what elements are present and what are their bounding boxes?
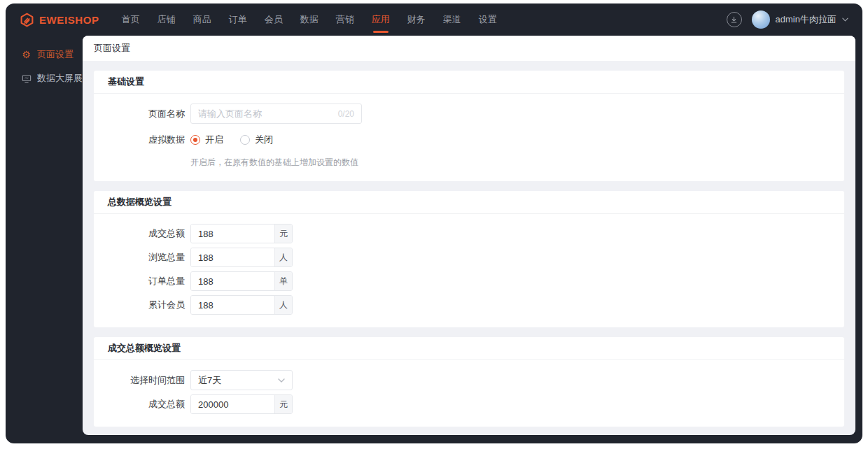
total-turnover-input-group: 元 bbox=[190, 224, 293, 243]
field-total-views: 浏览总量 人 bbox=[108, 248, 830, 267]
avatar bbox=[752, 10, 770, 29]
field-label: 成交总额 bbox=[108, 227, 185, 240]
nav-item-finance[interactable]: 财务 bbox=[403, 3, 430, 36]
user-menu[interactable]: admin牛肉拉面 bbox=[752, 10, 848, 29]
brand-name: EWEISHOP bbox=[39, 14, 99, 26]
chevron-down-icon bbox=[278, 378, 285, 383]
field-label: 成交总额 bbox=[108, 398, 185, 411]
nav-item-members[interactable]: 会员 bbox=[260, 3, 287, 36]
total-orders-input[interactable] bbox=[191, 272, 274, 290]
card-title: 总数据概览设置 bbox=[94, 191, 844, 214]
chevron-down-icon bbox=[842, 17, 848, 22]
total-members-input-group: 人 bbox=[190, 295, 293, 315]
page-content: 基础设置 页面名称 0/20 虚拟数据 bbox=[83, 61, 855, 435]
radio-dot-icon bbox=[190, 135, 200, 145]
sidebar-item-data-screen[interactable]: 数据大屏展示 bbox=[6, 66, 83, 90]
gear-icon: ⚙ bbox=[21, 50, 31, 59]
radio-off[interactable]: 关闭 bbox=[240, 134, 273, 146]
turnover-amount-input[interactable] bbox=[191, 395, 274, 413]
field-time-range: 选择时间范围 近7天 bbox=[108, 370, 830, 390]
brand-hexagon-icon bbox=[20, 13, 34, 27]
sidebar-item-page-settings[interactable]: ⚙ 页面设置 bbox=[6, 43, 83, 66]
page-title: 页面设置 bbox=[94, 42, 130, 55]
top-navbar: EWEISHOP 首页 店铺 商品 订单 会员 数据 营销 应用 财务 渠道 设… bbox=[6, 3, 862, 36]
nav-item-goods[interactable]: 商品 bbox=[189, 3, 216, 36]
time-range-select[interactable]: 近7天 bbox=[190, 370, 293, 390]
app-window: EWEISHOP 首页 店铺 商品 订单 会员 数据 营销 应用 财务 渠道 设… bbox=[6, 3, 862, 443]
download-icon[interactable] bbox=[727, 12, 742, 27]
field-turnover-amount: 成交总额 元 bbox=[108, 394, 830, 414]
card-turnover-settings: 成交总额概览设置 选择时间范围 近7天 成交总 bbox=[94, 337, 844, 427]
main-panel: 页面设置 基础设置 页面名称 0/20 bbox=[83, 36, 855, 435]
card-title: 基础设置 bbox=[94, 71, 844, 94]
field-total-members: 累计会员 人 bbox=[108, 295, 830, 315]
nav-item-marketing[interactable]: 营销 bbox=[332, 3, 358, 36]
sidebar-item-label: 页面设置 bbox=[37, 48, 74, 61]
nav-item-home[interactable]: 首页 bbox=[118, 3, 144, 36]
total-members-input[interactable] bbox=[191, 296, 274, 314]
unit-addon: 单 bbox=[274, 272, 292, 290]
unit-addon: 人 bbox=[274, 296, 292, 314]
virtual-data-radio-group: 开启 关闭 bbox=[190, 134, 273, 146]
card-title: 成交总额概览设置 bbox=[94, 337, 844, 360]
nav-item-channels[interactable]: 渠道 bbox=[439, 3, 465, 36]
field-total-orders: 订单总量 单 bbox=[108, 271, 830, 291]
nav-item-shop[interactable]: 店铺 bbox=[153, 3, 180, 36]
field-label: 页面名称 bbox=[108, 108, 185, 120]
user-name: admin牛肉拉面 bbox=[776, 13, 836, 26]
field-virtual-data: 虚拟数据 开启 关闭 bbox=[108, 134, 830, 146]
field-label: 订单总量 bbox=[108, 275, 185, 287]
nav-item-apps[interactable]: 应用 bbox=[368, 3, 394, 36]
monitor-icon bbox=[21, 74, 31, 83]
page-name-input[interactable] bbox=[198, 108, 334, 119]
radio-dot-icon bbox=[240, 135, 250, 145]
field-total-turnover: 成交总额 元 bbox=[108, 224, 830, 243]
unit-addon: 元 bbox=[274, 395, 292, 413]
field-page-name: 页面名称 0/20 bbox=[108, 104, 830, 124]
unit-addon: 元 bbox=[274, 225, 292, 243]
nav-item-settings[interactable]: 设置 bbox=[475, 3, 501, 36]
main-nav: 首页 店铺 商品 订单 会员 数据 营销 应用 财务 渠道 设置 bbox=[118, 3, 501, 36]
page-name-input-wrap: 0/20 bbox=[190, 104, 362, 124]
topbar-right: admin牛肉拉面 bbox=[727, 10, 848, 29]
nav-item-orders[interactable]: 订单 bbox=[225, 3, 251, 36]
total-orders-input-group: 单 bbox=[190, 271, 293, 291]
total-views-input-group: 人 bbox=[190, 248, 293, 267]
select-value: 近7天 bbox=[198, 374, 278, 387]
unit-addon: 人 bbox=[274, 248, 292, 266]
card-overview-settings: 总数据概览设置 成交总额 元 浏览总量 bbox=[94, 191, 844, 327]
field-label: 浏览总量 bbox=[108, 251, 185, 264]
nav-item-data[interactable]: 数据 bbox=[296, 3, 323, 36]
char-counter: 0/20 bbox=[338, 109, 354, 119]
page-header: 页面设置 bbox=[83, 36, 855, 61]
sidebar: ⚙ 页面设置 数据大屏展示 bbox=[6, 36, 83, 443]
total-views-input[interactable] bbox=[191, 248, 274, 266]
field-label: 选择时间范围 bbox=[108, 374, 185, 387]
card-basic-settings: 基础设置 页面名称 0/20 虚拟数据 bbox=[94, 71, 844, 181]
radio-on[interactable]: 开启 bbox=[190, 134, 223, 146]
field-label: 累计会员 bbox=[108, 299, 185, 311]
total-turnover-input[interactable] bbox=[191, 225, 274, 243]
brand-logo[interactable]: EWEISHOP bbox=[20, 13, 99, 27]
virtual-data-helper-text: 开启后，在原有数值的基础上增加设置的数值 bbox=[190, 157, 358, 169]
field-label: 虚拟数据 bbox=[108, 134, 185, 146]
turnover-amount-input-group: 元 bbox=[190, 394, 293, 414]
